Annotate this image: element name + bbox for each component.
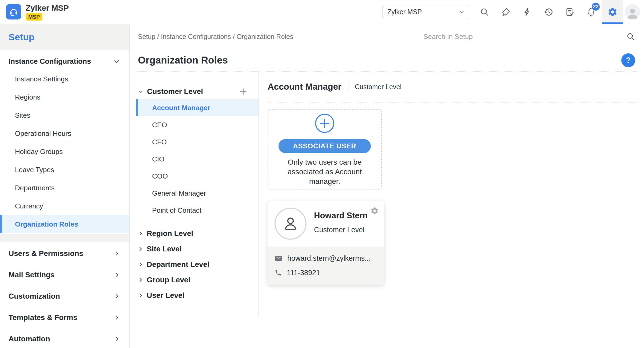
tree-role-cfo[interactable]: CFO bbox=[136, 133, 259, 151]
global-search-icon[interactable] bbox=[474, 0, 495, 24]
tree-group-site-level[interactable]: Site Level bbox=[130, 241, 259, 257]
role-label: CFO bbox=[152, 138, 167, 146]
tree-group-customer-level[interactable]: Customer Level bbox=[130, 84, 259, 99]
add-role-button[interactable] bbox=[239, 87, 248, 96]
phone-icon bbox=[275, 269, 282, 276]
add-ticket-icon[interactable] bbox=[495, 0, 516, 24]
tree-group-label: Site Level bbox=[147, 245, 182, 253]
section-label: Users & Permissions bbox=[9, 249, 83, 258]
tree-role-point-of-contact[interactable]: Point of Contact bbox=[136, 202, 259, 219]
section-label: Customization bbox=[9, 292, 60, 300]
item-label: Leave Types bbox=[15, 166, 54, 174]
quick-actions-bolt-icon[interactable] bbox=[516, 0, 538, 24]
tree-group-label: Group Level bbox=[147, 276, 190, 284]
app-title: Zylker MSP bbox=[26, 3, 69, 13]
tree-group-label: Department Level bbox=[147, 260, 209, 269]
sidebar-section-templates-forms[interactable]: Templates & Forms bbox=[0, 307, 129, 328]
sidebar-item-departments[interactable]: Departments bbox=[0, 179, 129, 197]
user-name: Howard Stern bbox=[314, 211, 368, 220]
sidebar-item-currency[interactable]: Currency bbox=[0, 197, 129, 215]
email-icon bbox=[275, 254, 283, 262]
user-email-row: howard.stern@zylkerms... bbox=[275, 252, 378, 264]
tree-role-coo[interactable]: COO bbox=[136, 168, 259, 185]
sidebar-item-sites[interactable]: Sites bbox=[0, 106, 129, 124]
sidebar-item-holiday-groups[interactable]: Holiday Groups bbox=[0, 143, 129, 161]
approvals-form-icon[interactable] bbox=[559, 0, 581, 24]
chevron-down-icon bbox=[138, 89, 143, 94]
chevron-down-icon bbox=[113, 58, 120, 65]
sidebar-section-mail-settings[interactable]: Mail Settings bbox=[0, 264, 129, 286]
user-card-settings-gear-icon[interactable] bbox=[370, 207, 379, 215]
user-email: howard.stern@zylkerms... bbox=[287, 254, 371, 263]
tree-role-cio[interactable]: CIO bbox=[136, 151, 259, 168]
brand: Zylker MSP MSP bbox=[0, 3, 69, 21]
section-label: Mail Settings bbox=[9, 271, 55, 279]
sidebar-section-users-permissions[interactable]: Users & Permissions bbox=[0, 243, 129, 264]
sidebar-groups-block: Users & Permissions Mail Settings Custom… bbox=[0, 242, 129, 348]
role-title: Account Manager bbox=[268, 82, 341, 92]
user-level: Customer Level bbox=[314, 226, 368, 234]
tree-group-department-level[interactable]: Department Level bbox=[130, 257, 259, 272]
sidebar-section-customization[interactable]: Customization bbox=[0, 286, 129, 307]
org-selector-dropdown[interactable]: Zylker MSP bbox=[382, 5, 469, 19]
sidebar-item-organization-roles[interactable]: Organization Roles bbox=[0, 215, 129, 233]
chevron-right-icon bbox=[138, 293, 143, 298]
associate-user-button[interactable]: ASSOCIATE USER bbox=[279, 139, 371, 153]
sidebar-item-operational-hours[interactable]: Operational Hours bbox=[0, 124, 129, 143]
user-phone-row: 111-38921 bbox=[275, 267, 378, 279]
topbar-icons: 22 bbox=[474, 0, 640, 24]
item-label: Currency bbox=[15, 202, 43, 210]
setup-search bbox=[423, 24, 637, 49]
tree-group-region-level[interactable]: Region Level bbox=[130, 226, 259, 241]
item-label: Sites bbox=[15, 111, 30, 120]
user-phone: 111-38921 bbox=[287, 269, 320, 277]
user-card-contact: howard.stern@zylkerms... 111-38921 bbox=[268, 247, 384, 285]
breadcrumb[interactable]: Setup / Instance Configurations / Organi… bbox=[138, 24, 293, 49]
search-icon[interactable] bbox=[626, 32, 635, 41]
tree-levels: Region Level Site Level Department Level… bbox=[130, 226, 259, 303]
topbar: Zylker MSP MSP Zylker MSP bbox=[0, 0, 644, 24]
notifications-bell-icon[interactable]: 22 bbox=[581, 0, 602, 24]
tree-group-user-level[interactable]: User Level bbox=[130, 288, 259, 303]
chevron-right-icon bbox=[114, 251, 120, 256]
associated-user-card: Howard Stern Customer Level howard.stern… bbox=[268, 201, 384, 285]
tree-group-group-level[interactable]: Group Level bbox=[130, 272, 259, 288]
chevron-right-icon bbox=[114, 315, 120, 321]
tree-role-ceo[interactable]: CEO bbox=[136, 116, 259, 133]
item-label: Instance Settings bbox=[15, 75, 68, 83]
tree-role-general-manager[interactable]: General Manager bbox=[136, 185, 259, 202]
role-label: COO bbox=[152, 172, 168, 180]
add-user-plus-icon[interactable] bbox=[314, 113, 335, 134]
person-icon bbox=[281, 215, 300, 233]
sidebar-divider bbox=[0, 234, 129, 242]
item-label: Organization Roles bbox=[15, 220, 78, 228]
msp-badge: MSP bbox=[26, 13, 42, 21]
page-title: Organization Roles bbox=[138, 55, 228, 66]
item-label: Regions bbox=[15, 93, 40, 101]
associate-user-card: ASSOCIATE USER Only two users can be ass… bbox=[268, 109, 382, 189]
chevron-right-icon bbox=[114, 293, 120, 299]
help-button[interactable]: ? bbox=[621, 53, 635, 67]
chevron-right-icon bbox=[138, 277, 143, 283]
setup-search-input[interactable] bbox=[423, 33, 626, 41]
org-selector-value: Zylker MSP bbox=[387, 8, 422, 16]
sidebar-item-leave-types[interactable]: Leave Types bbox=[0, 161, 129, 179]
role-level: Customer Level bbox=[355, 83, 401, 91]
sidebar-item-regions[interactable]: Regions bbox=[0, 88, 129, 106]
tree-group-label: Region Level bbox=[147, 229, 193, 238]
role-label: General Manager bbox=[152, 189, 206, 197]
app-logo-headset-icon bbox=[6, 4, 21, 19]
setup-sidebar: Setup Instance Configurations Instance S… bbox=[0, 24, 130, 348]
sidebar-item-instance-settings[interactable]: Instance Settings bbox=[0, 70, 129, 88]
settings-gear-icon[interactable] bbox=[602, 0, 623, 24]
user-avatar[interactable] bbox=[625, 4, 640, 20]
role-label: Account Manager bbox=[152, 104, 210, 112]
chevron-right-icon bbox=[138, 262, 143, 267]
history-icon[interactable] bbox=[538, 0, 559, 24]
tree-role-account-manager[interactable]: Account Manager bbox=[136, 99, 259, 116]
sidebar-section-instance-configurations[interactable]: Instance Configurations bbox=[0, 53, 129, 70]
section-label: Instance Configurations bbox=[9, 57, 91, 66]
roles-tree-panel: Customer Level Account Manager CEO CFO C… bbox=[130, 72, 259, 317]
chevron-right-icon bbox=[114, 272, 120, 278]
sidebar-section-automation[interactable]: Automation bbox=[0, 328, 129, 348]
